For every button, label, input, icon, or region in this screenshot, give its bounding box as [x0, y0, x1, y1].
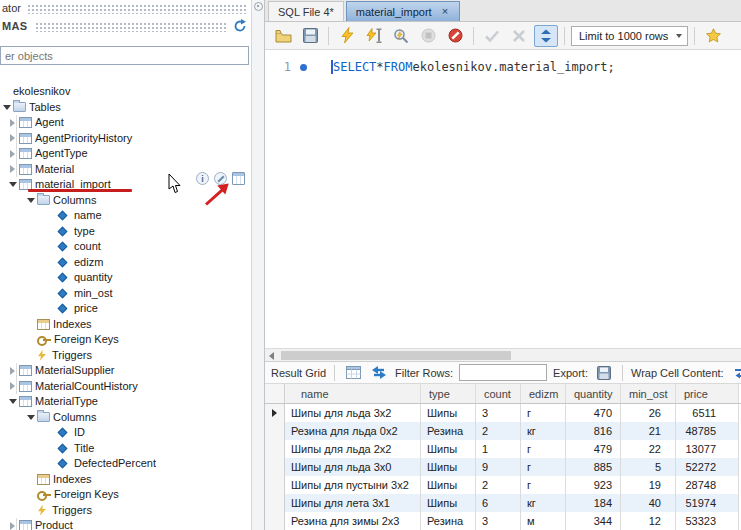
tab-material-import[interactable]: material_import × [346, 1, 460, 21]
tree-item-agenttype[interactable]: AgentType [0, 146, 251, 162]
cell[interactable]: 28748 [676, 476, 739, 494]
tree-item-columns[interactable]: Columns [0, 410, 251, 426]
expander-icon[interactable] [8, 394, 17, 409]
expander-icon[interactable] [8, 518, 17, 530]
tree-item-product[interactable]: Product [0, 518, 251, 530]
cell[interactable]: 1 [476, 440, 521, 458]
cell[interactable]: 12 [621, 512, 676, 530]
cell[interactable]: 40 [621, 494, 676, 512]
table-info-icon[interactable] [196, 172, 209, 185]
cell[interactable]: Шипы [421, 458, 476, 476]
table-row[interactable]: Шипы для льда 3x2 Шипы 3 г 470 26 6511 [265, 404, 741, 422]
tab-sql-file[interactable]: SQL File 4* [268, 1, 344, 21]
cell[interactable]: 52272 [676, 458, 739, 476]
cell[interactable]: 13077 [676, 440, 739, 458]
cell[interactable]: Резина [421, 512, 476, 530]
expander-icon[interactable] [8, 379, 17, 395]
tree-item-column-title[interactable]: Title [0, 441, 251, 457]
tree-item-materialtype[interactable]: MaterialType [0, 394, 251, 410]
row-selector[interactable] [265, 422, 285, 440]
cell[interactable]: 2 [476, 422, 521, 440]
cell[interactable]: Резина [421, 422, 476, 440]
refresh-grid-button[interactable] [369, 362, 389, 384]
cell[interactable]: 923 [566, 476, 621, 494]
export-button[interactable] [594, 362, 614, 384]
tree-item-agentpriorityhistory[interactable]: AgentPriorityHistory [0, 131, 251, 147]
row-selector[interactable] [265, 494, 285, 512]
cell[interactable]: 6511 [676, 404, 739, 422]
expander-icon[interactable] [26, 410, 35, 425]
expander-icon[interactable] [8, 131, 17, 147]
tree-item-column-name[interactable]: name [0, 208, 251, 224]
cell[interactable]: 9 [476, 458, 521, 476]
cell[interactable]: 19 [621, 476, 676, 494]
cell[interactable]: Шипы для льда 2x2 [285, 440, 421, 458]
open-script-button[interactable] [271, 25, 295, 47]
panel-splitter[interactable] [251, 0, 264, 530]
cell[interactable]: 3 [476, 512, 521, 530]
header-name[interactable]: name [285, 384, 421, 403]
cell[interactable]: 53323 [676, 512, 739, 530]
execute-button[interactable] [335, 25, 359, 47]
tree-item-indexes[interactable]: Indexes [0, 317, 251, 333]
tree-item-column-defectedpercent[interactable]: DefectedPercent [0, 456, 251, 472]
table-row[interactable]: Шипы для лета 3x1 Шипы 6 кг 184 40 51974 [265, 494, 741, 512]
cell[interactable]: г [521, 458, 566, 476]
refresh-schemas-icon[interactable] [233, 19, 247, 33]
cell[interactable]: 26 [621, 404, 676, 422]
cell[interactable]: 51974 [676, 494, 739, 512]
cell[interactable]: 22 [621, 440, 676, 458]
cell[interactable]: 48785 [676, 422, 739, 440]
tree-item-tables[interactable]: Tables [0, 100, 251, 116]
scroll-left-icon[interactable] [269, 352, 274, 360]
cell[interactable]: 6 [476, 494, 521, 512]
tree-item-indexes[interactable]: Indexes [0, 472, 251, 488]
cell[interactable]: м [521, 512, 566, 530]
cell[interactable]: кг [521, 494, 566, 512]
cell[interactable]: г [521, 404, 566, 422]
row-selector[interactable] [265, 440, 285, 458]
cell[interactable]: г [521, 476, 566, 494]
tree-item-materialcounthistory[interactable]: MaterialCountHistory [0, 379, 251, 395]
cell[interactable]: 885 [566, 458, 621, 476]
tree-item-foreign-keys[interactable]: Foreign Keys [0, 332, 251, 348]
row-selector[interactable] [265, 458, 285, 476]
cell[interactable]: Резина для зимы 2x3 [285, 512, 421, 530]
editor-horizontal-scrollbar[interactable] [265, 348, 741, 361]
explain-button[interactable] [389, 25, 413, 47]
tree-item-column-type[interactable]: type [0, 224, 251, 240]
tree-item-column-edizm[interactable]: edizm [0, 255, 251, 271]
table-row[interactable]: Шипы для пустыни 3x2 Шипы 2 г 923 19 287… [265, 476, 741, 494]
panel-options-icon[interactable] [254, 2, 263, 11]
cell[interactable]: кг [521, 422, 566, 440]
row-selector[interactable] [265, 404, 285, 422]
table-row[interactable]: Шипы для льда 2x2 Шипы 1 г 479 22 13077 [265, 440, 741, 458]
wrap-cell-content-button[interactable] [730, 362, 741, 384]
tree-item-column-price[interactable]: price [0, 301, 251, 317]
panel-grip-handle[interactable] [35, 22, 227, 32]
stop-on-error-toggle-button[interactable] [443, 25, 467, 47]
expander-icon[interactable] [8, 162, 17, 178]
header-min-ost[interactable]: min_ost [621, 384, 676, 403]
cell[interactable]: 21 [621, 422, 676, 440]
cell[interactable]: г [521, 440, 566, 458]
expander-icon[interactable] [8, 363, 17, 379]
cell[interactable]: 184 [566, 494, 621, 512]
cell[interactable]: Шипы для льда 3x2 [285, 404, 421, 422]
table-row[interactable]: Резина для зимы 2x3 Резина 3 м 344 12 53… [265, 512, 741, 530]
cell[interactable]: Шипы для лета 3x1 [285, 494, 421, 512]
expander-icon[interactable] [26, 193, 35, 208]
row-selector[interactable] [265, 512, 285, 530]
tree-item-agent[interactable]: Agent [0, 115, 251, 131]
cell[interactable]: Шипы для льда 3x0 [285, 458, 421, 476]
expander-icon[interactable] [8, 115, 17, 131]
table-row[interactable]: Резина для льда 0x2 Резина 2 кг 816 21 4… [265, 422, 741, 440]
header-count[interactable]: count [476, 384, 521, 403]
grid-view-button[interactable] [343, 362, 363, 384]
cell[interactable]: Шипы [421, 404, 476, 422]
expander-icon[interactable] [8, 146, 17, 162]
cell[interactable]: 3 [476, 404, 521, 422]
stop-button[interactable] [416, 25, 440, 47]
save-snippet-button[interactable] [701, 25, 725, 47]
tree-item-foreign-keys[interactable]: Foreign Keys [0, 487, 251, 503]
